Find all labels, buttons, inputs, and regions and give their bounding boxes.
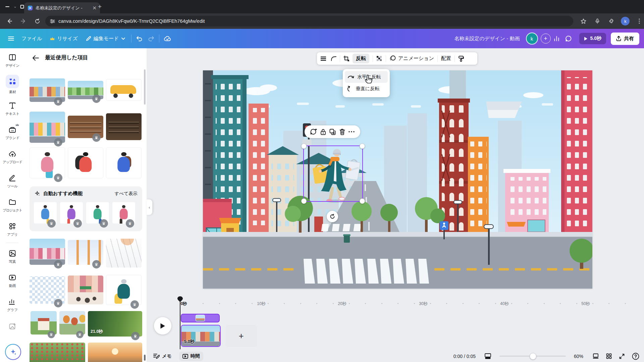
zoom-level[interactable]: 60%: [574, 354, 583, 359]
flip-button[interactable]: 反転: [353, 54, 369, 63]
sidebar-item-videos[interactable]: 動画: [0, 268, 25, 293]
add-member-button[interactable]: +: [541, 34, 551, 44]
browser-profile-avatar[interactable]: k: [621, 16, 630, 26]
timeline-play-button[interactable]: [154, 317, 171, 335]
playhead-pin[interactable]: [177, 296, 183, 302]
back-icon[interactable]: [32, 55, 39, 61]
thumb-yellow-truck[interactable]: [106, 79, 142, 101]
help-icon[interactable]: [632, 353, 639, 360]
grid-view-icon[interactable]: [606, 353, 612, 359]
play-duration-button[interactable]: 5.0秒: [579, 33, 606, 44]
thumb-walking-woman[interactable]: ♛: [30, 147, 65, 178]
thumb-umbrella-woman[interactable]: [68, 147, 103, 178]
transparency-icon[interactable]: [376, 56, 382, 62]
file-menu[interactable]: ファイル: [17, 33, 46, 45]
sidebar-item-design[interactable]: デザイン: [0, 48, 25, 72]
fullscreen-icon[interactable]: [619, 354, 625, 359]
doc-title[interactable]: 名称未設定のデザイン - 動画: [454, 36, 520, 42]
redo-button[interactable]: [145, 33, 157, 45]
notes-button[interactable]: メモ: [153, 353, 172, 359]
timeline-ruler[interactable]: [186, 303, 636, 304]
delete-icon[interactable]: [339, 129, 345, 135]
insights-icon[interactable]: [551, 33, 562, 44]
sidebar-item-photos[interactable]: 写真: [0, 244, 25, 268]
copy-style-icon[interactable]: [458, 56, 464, 62]
corner-rounding-icon[interactable]: [331, 56, 336, 61]
bookmark-star-icon[interactable]: [579, 16, 588, 26]
lock-icon[interactable]: [320, 129, 326, 135]
panel-collapse-button[interactable]: ‹: [147, 199, 152, 215]
position-button[interactable]: 配置: [441, 55, 451, 62]
selection-handle-sw[interactable]: [301, 198, 307, 204]
thumb-pink-city[interactable]: ♛: [30, 239, 65, 265]
new-tab-button[interactable]: +: [98, 3, 102, 10]
spacing-icon[interactable]: [320, 56, 326, 61]
thumb-backpack-man[interactable]: [106, 147, 142, 178]
thumb-park-street[interactable]: ♛: [68, 81, 103, 99]
duplicate-icon[interactable]: [329, 129, 336, 135]
selection-handle-ne[interactable]: [360, 143, 365, 149]
sidebar-item-photo-editor[interactable]: [0, 317, 25, 336]
browser-tab[interactable]: 名称未設定のデザイン - 動画 - Ca ✕: [24, 2, 100, 13]
thumb-coat-lady[interactable]: ♛: [106, 275, 142, 305]
reload-icon[interactable]: [33, 16, 42, 26]
tab-close-icon[interactable]: ✕: [92, 5, 97, 11]
more-options-icon[interactable]: [348, 131, 355, 132]
sidebar-item-charts[interactable]: グラフ: [0, 293, 25, 317]
thumb-shops-street[interactable]: ♛: [30, 112, 65, 143]
crop-icon[interactable]: [343, 56, 349, 61]
thumb-shopping-street[interactable]: [68, 276, 103, 304]
show-all-link[interactable]: すべて表示: [115, 191, 138, 197]
tab-search-icon[interactable]: ⌄: [13, 4, 17, 9]
omnibox[interactable]: canva.com/design/DAGh8KvFqw0/K-TrmrQ2CQi…: [45, 16, 573, 26]
thumb-reco-person[interactable]: ♛: [86, 202, 109, 224]
docked-timeline-icon[interactable]: [484, 353, 491, 359]
thumb-mall-interior[interactable]: ♛: [68, 240, 103, 265]
sidebar-item-tools[interactable]: ツール: [0, 169, 25, 193]
timeline-element-bar[interactable]: [181, 314, 220, 322]
thumb-library-room[interactable]: [106, 113, 142, 140]
zoom-slider-handle[interactable]: [530, 353, 536, 360]
comments-icon[interactable]: [562, 33, 575, 45]
thumb-grass-video[interactable]: 21.0秒 ♛: [88, 311, 142, 337]
selection-handle-nw[interactable]: [301, 143, 307, 149]
thumb-green-house[interactable]: ♛: [31, 311, 57, 335]
undo-button[interactable]: [133, 33, 145, 45]
selection-handle-se[interactable]: [360, 198, 365, 204]
back-icon[interactable]: [5, 16, 14, 26]
selection-box[interactable]: [303, 145, 363, 202]
thumb-reco-person[interactable]: ♛: [60, 202, 83, 224]
sidebar-item-text[interactable]: テキスト: [0, 97, 25, 121]
panel-scrollbar-end[interactable]: [144, 355, 146, 361]
thumb-reco-person[interactable]: ♛: [112, 202, 136, 224]
browser-menu-icon[interactable]: [635, 16, 644, 26]
rotate-handle[interactable]: [327, 211, 338, 222]
thumb-autumn-trees[interactable]: ♛: [59, 311, 85, 335]
minimize-button[interactable]: [0, 0, 15, 13]
resize-button[interactable]: リサイズ: [46, 33, 82, 45]
forward-icon[interactable]: [19, 16, 28, 26]
duration-toggle-button[interactable]: 時間: [179, 352, 203, 361]
playhead-line[interactable]: [180, 301, 180, 349]
thumb-city-street[interactable]: ♛: [30, 78, 65, 102]
ai-assistant-button[interactable]: [5, 344, 21, 360]
thumb-mall-sketch[interactable]: [106, 239, 142, 267]
comment-add-icon[interactable]: [310, 129, 317, 135]
timeline-clip[interactable]: 5.0秒: [181, 325, 221, 347]
thumb-poppy-field[interactable]: [30, 343, 85, 362]
menu-item-flip-vertical[interactable]: 垂直に反転: [345, 83, 388, 95]
sidebar-item-brand[interactable]: co ブランド: [0, 121, 25, 145]
canvas-page[interactable]: [203, 70, 592, 289]
fit-page-icon[interactable]: [593, 353, 599, 359]
animate-button[interactable]: アニメーション: [389, 55, 434, 62]
user-avatar[interactable]: k: [526, 33, 538, 45]
thumb-library-interior[interactable]: ♛: [68, 116, 103, 138]
share-button[interactable]: 共有: [611, 33, 639, 45]
add-page-button[interactable]: +: [225, 325, 257, 347]
extensions-icon[interactable]: [607, 16, 616, 26]
sidebar-item-elements[interactable]: 素材: [0, 72, 25, 97]
home-menu-icon[interactable]: [5, 33, 17, 44]
mic-icon[interactable]: [593, 16, 602, 26]
thumb-sunset-field[interactable]: [88, 343, 142, 362]
thumb-reco-person[interactable]: ♛: [34, 202, 57, 224]
